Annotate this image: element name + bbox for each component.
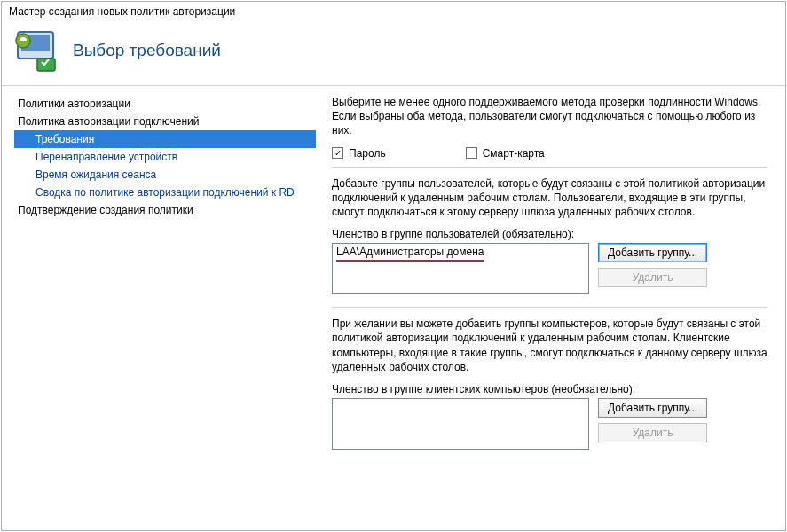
nav-item-requirements[interactable]: Требования — [14, 130, 316, 148]
checkbox-password-label: Пароль — [349, 147, 386, 160]
add-computer-group-button[interactable]: Добавить группу... — [598, 398, 707, 418]
check-icon: ✓ — [332, 147, 343, 159]
users-group-label: Членство в группе пользователей (обязате… — [332, 228, 767, 240]
divider — [332, 307, 767, 308]
add-user-group-button[interactable]: Добавить группу... — [598, 243, 707, 262]
nav-item-confirm[interactable]: Подтверждение создания политики — [14, 201, 316, 219]
content-pane: Выберите не менее одного поддерживаемого… — [332, 95, 773, 518]
check-empty-icon — [466, 147, 477, 159]
svg-rect-3 — [37, 59, 55, 71]
nav-item-cap[interactable]: Политика авторизации подключений — [14, 113, 316, 130]
divider — [332, 167, 767, 168]
wizard-icon — [12, 27, 60, 74]
remove-computer-group-button: Удалить — [598, 423, 707, 442]
nav-item-device-redirect[interactable]: Перенаправление устройств — [14, 148, 316, 166]
checkbox-smartcard-label: Смарт-карта — [483, 147, 545, 160]
wizard-header: Выбор требований — [2, 20, 785, 86]
users-group-listbox[interactable]: LAA\Администраторы домена — [332, 243, 589, 294]
nav-item-session-timeout[interactable]: Время ожидания сеанса — [14, 166, 316, 184]
page-title: Выбор требований — [73, 41, 221, 60]
nav-item-auth-policies[interactable]: Политики авторизации — [14, 95, 316, 113]
window-title: Мастер создания новых политик авторизаци… — [2, 2, 785, 20]
computers-group-label: Членство в группе клиентских компьютеров… — [332, 383, 767, 395]
nav-item-cap-summary[interactable]: Сводка по политике авторизации подключен… — [14, 184, 316, 201]
intro-text: Выберите не менее одного поддерживаемого… — [332, 95, 767, 138]
list-item[interactable]: LAA\Администраторы домена — [336, 246, 484, 262]
checkbox-smartcard[interactable]: Смарт-карта — [466, 147, 545, 160]
computers-section-text: При желании вы можете добавить группы ко… — [332, 317, 767, 374]
checkbox-password[interactable]: ✓ Пароль — [332, 147, 386, 160]
wizard-nav: Политики авторизации Политика авторизаци… — [14, 95, 316, 518]
users-section-text: Добавьте группы пользователей, которые б… — [332, 176, 767, 220]
remove-user-group-button: Удалить — [598, 268, 707, 287]
computers-group-listbox[interactable] — [332, 398, 589, 450]
